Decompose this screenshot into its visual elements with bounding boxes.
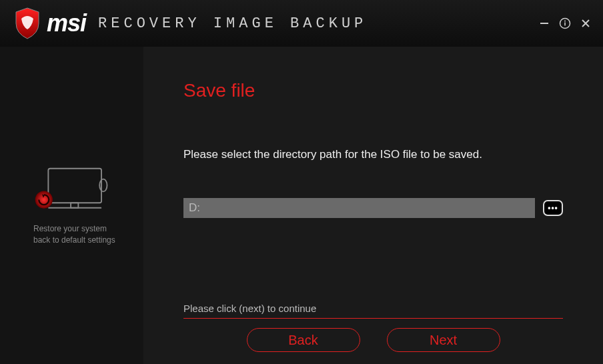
nav-buttons: Back Next — [183, 328, 563, 352]
brand-text: msi — [47, 9, 86, 37]
info-button[interactable] — [559, 17, 571, 29]
window-controls — [539, 17, 591, 29]
restore-monitor-icon — [32, 165, 112, 215]
svg-rect-3 — [564, 23, 566, 26]
svg-point-2 — [564, 21, 566, 22]
msi-shield-logo-icon — [13, 7, 41, 40]
svg-rect-6 — [48, 168, 101, 203]
browse-button[interactable]: ••• — [543, 200, 563, 216]
path-row: ••• — [183, 198, 563, 218]
footer: Please click (next) to continue Back Nex… — [183, 303, 563, 352]
sidebar-caption-line1: Restore your system — [33, 223, 115, 235]
svg-point-10 — [35, 191, 52, 208]
close-button[interactable] — [580, 18, 591, 29]
main-panel: Save file Please select the directory pa… — [143, 47, 603, 364]
sidebar-caption-line2: back to default settings — [33, 235, 115, 246]
instruction-text: Please select the directory path for the… — [183, 148, 563, 161]
title-bar: msi RECOVERY IMAGE BACKUP — [0, 0, 603, 47]
sidebar-caption: Restore your system back to default sett… — [13, 223, 115, 246]
next-button[interactable]: Next — [387, 328, 500, 352]
page-title: Save file — [183, 80, 563, 101]
directory-path-input[interactable] — [183, 198, 535, 218]
sidebar: Restore your system back to default sett… — [0, 47, 143, 364]
back-button[interactable]: Back — [247, 328, 360, 352]
app-title: RECOVERY IMAGE BACKUP — [98, 15, 367, 32]
minimize-button[interactable] — [539, 18, 550, 29]
svg-point-7 — [99, 179, 107, 191]
continue-hint: Please click (next) to continue — [183, 303, 563, 314]
divider — [183, 318, 563, 319]
svg-rect-9 — [71, 203, 78, 208]
